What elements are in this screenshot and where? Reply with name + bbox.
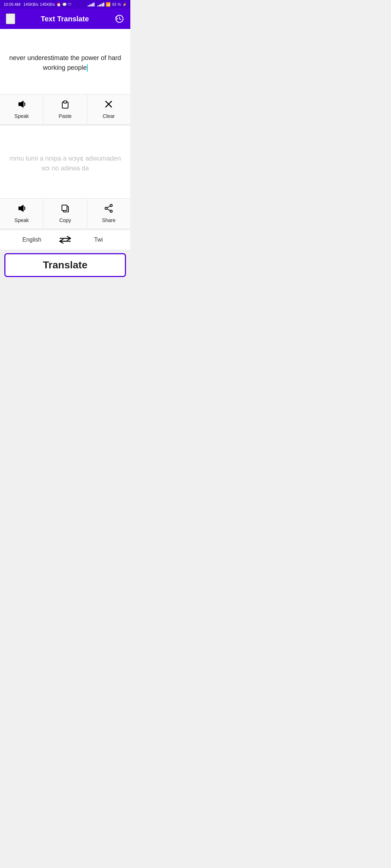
output-action-buttons: Speak Copy Share (0, 198, 130, 228)
svg-point-11 (105, 207, 107, 209)
alarm-icon: ⏰ (56, 3, 61, 7)
copy-label: Copy (59, 217, 71, 223)
signal-bars-2 (97, 2, 104, 7)
wifi-icon: 📶 (106, 2, 111, 7)
back-button[interactable]: ← (6, 13, 15, 24)
status-network-speed: 145KB/s (40, 2, 55, 7)
target-text: mmu tumi a nnipa a wɔyɛ adwumaden wɔ no … (6, 154, 125, 173)
status-bar-right: 📶 63% ⚡ (88, 2, 127, 7)
target-language-button[interactable]: Twi (72, 235, 125, 244)
share-label: Share (102, 217, 115, 223)
svg-line-12 (107, 206, 110, 208)
svg-line-13 (107, 209, 110, 211)
status-bar: 10:05 AM 145KB/s 145KB/s ⏰ 💬 🛡 📶 63% (0, 0, 130, 9)
status-network: 145KB/s (23, 2, 38, 7)
input-action-buttons: Speak Paste Clear (0, 94, 130, 124)
status-bar-left: 10:05 AM 145KB/s 145KB/s ⏰ 💬 🛡 (4, 2, 72, 7)
source-language-button[interactable]: English (6, 235, 58, 244)
clear-icon (104, 99, 113, 111)
app-header: ← Text Translate (0, 9, 130, 29)
share-icon (104, 204, 113, 215)
clear-button[interactable]: Clear (87, 94, 130, 124)
speak-input-icon (17, 99, 26, 111)
svg-point-9 (110, 204, 112, 207)
translate-button[interactable]: Translate (4, 253, 126, 277)
history-button[interactable] (114, 14, 125, 24)
speak-output-button[interactable]: Speak (0, 199, 43, 228)
copy-icon (60, 204, 70, 215)
copy-button[interactable]: Copy (43, 199, 87, 228)
output-section: mmu tumi a nnipa a wɔyɛ adwumaden wɔ no … (0, 126, 130, 228)
battery-charging-icon: ⚡ (122, 3, 127, 7)
svg-marker-6 (18, 205, 24, 212)
target-text-area: mmu tumi a nnipa a wɔyɛ adwumaden wɔ no … (0, 126, 130, 198)
svg-point-10 (110, 210, 112, 212)
text-cursor (87, 64, 88, 72)
source-text-area[interactable]: never underestimate the power of hard wo… (0, 29, 130, 94)
speak-output-icon (17, 204, 26, 215)
paste-button[interactable]: Paste (43, 94, 87, 124)
page-title: Text Translate (41, 15, 89, 23)
whatsapp-icon: 💬 (62, 3, 67, 7)
clear-label: Clear (103, 113, 115, 119)
paste-icon (60, 99, 70, 111)
svg-marker-1 (18, 101, 24, 108)
swap-languages-button[interactable] (58, 235, 72, 244)
share-button[interactable]: Share (87, 199, 130, 228)
signal-bars-1 (88, 2, 94, 7)
battery-level: 63 (112, 3, 116, 7)
swap-icon (59, 235, 71, 244)
history-icon (115, 14, 124, 24)
paste-label: Paste (59, 113, 72, 119)
speak-input-button[interactable]: Speak (0, 94, 43, 124)
speak-output-label: Speak (14, 217, 29, 223)
vpn-icon: 🛡 (68, 3, 72, 7)
source-text: never underestimate the power of hard wo… (6, 53, 125, 73)
status-time: 10:05 AM (4, 2, 20, 7)
language-bar: English Twi (0, 230, 130, 250)
svg-rect-8 (62, 205, 67, 210)
speak-input-label: Speak (14, 113, 29, 119)
input-section: never underestimate the power of hard wo… (0, 29, 130, 124)
svg-rect-3 (64, 101, 67, 103)
